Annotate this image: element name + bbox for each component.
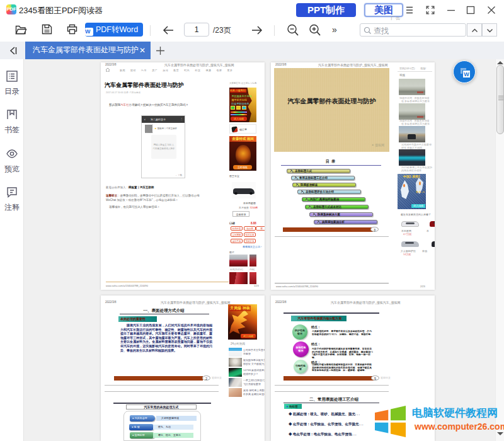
svg-text:W: W (464, 71, 469, 77)
